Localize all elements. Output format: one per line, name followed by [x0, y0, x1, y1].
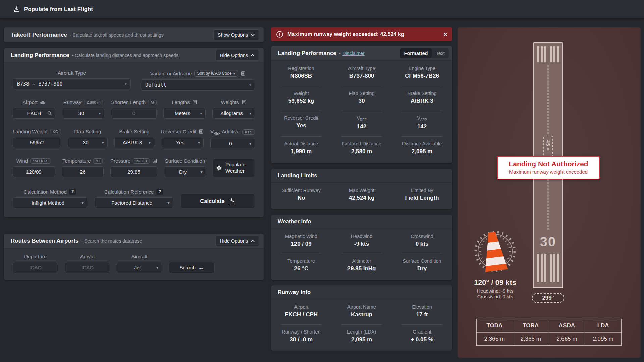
reverser-presets-icon[interactable]	[199, 129, 204, 134]
weather-label: Altimeter	[341, 258, 382, 264]
runway-select[interactable]: 30 ▾	[62, 108, 105, 119]
result-value: CFM56-7B26	[402, 73, 442, 79]
view-text-tab[interactable]: Text	[432, 48, 449, 58]
landing-hide-options-button[interactable]: Hide Options	[215, 50, 259, 61]
wind-direction-speed: 120° / 09 kts	[460, 278, 530, 287]
wind-input[interactable]	[13, 167, 55, 177]
calc-method-select[interactable]: Inflight Method ▾	[13, 197, 87, 208]
departure-input[interactable]	[13, 262, 58, 273]
landing-performance-panel: Landing Performance - Calculate landing …	[4, 48, 264, 217]
warning-title: Landing Not Authorized	[499, 160, 598, 168]
runway-info-row-2: Runway / Shorten30 / -0 m Length (LDA)2,…	[271, 325, 452, 349]
weights-label: Weights	[221, 99, 239, 105]
flap-setting-select[interactable]: 30 ▾	[68, 137, 108, 148]
shorten-label-row: Shorten Length M	[111, 99, 156, 105]
temperature-input[interactable]	[62, 167, 104, 177]
app-window: Populate from Last Flight Takeoff Perfor…	[0, 0, 644, 362]
airport-input-wrap	[13, 108, 55, 119]
weights-presets-icon[interactable]	[241, 100, 247, 105]
takeoff-show-options-label: Show Options	[218, 32, 248, 38]
limit-value: 42,524 kg	[341, 195, 382, 201]
routes-panel-header: Routes Between Airports - Search the rou…	[4, 234, 264, 248]
close-icon[interactable]: ×	[443, 31, 447, 38]
populate-weather-button[interactable]: Populate Weather	[213, 159, 255, 177]
runway-number: 30	[534, 234, 562, 249]
temperature-label-row: Temperature °C	[62, 158, 104, 164]
shorten-length-input[interactable]	[111, 108, 156, 118]
results-row-3: Reverser CreditYes VREF142 VAPP142	[271, 111, 452, 137]
alert-icon: !	[276, 31, 283, 38]
caret-down-icon: ▾	[82, 201, 84, 205]
disclaimer-link[interactable]: Disclaimer	[342, 51, 364, 56]
pressure-unit-select[interactable]: inHG▾	[133, 158, 150, 164]
lengths-label: Lengths	[172, 99, 190, 105]
landing-panel-header: Landing Performance - Calculate landing …	[4, 48, 264, 63]
weather-row-2: Temperature26 °C Altimeter29.85 inHg Sur…	[271, 254, 452, 279]
result-label: Engine Type	[402, 66, 442, 71]
weather-value: 120 / 09	[281, 241, 321, 247]
reverser-credit-select[interactable]: Yes ▾	[161, 137, 204, 148]
routes-panel-title: Routes Between Airports	[11, 238, 78, 244]
weather-icon[interactable]	[40, 100, 45, 104]
calc-method-help-icon[interactable]: ?	[69, 189, 76, 195]
weather-value: 0 kts	[402, 241, 442, 247]
download-icon	[13, 6, 20, 13]
weather-value: 26 °C	[281, 265, 321, 272]
weather-value: 29.85 inHg	[341, 265, 382, 272]
runway-length-badge: 2,800 m	[84, 100, 103, 105]
pressure-presets-icon[interactable]	[152, 158, 157, 163]
result-value: 1,990 m	[281, 148, 321, 155]
weights-unit-select[interactable]: Kilograms ▾	[212, 108, 255, 119]
top-bar: Populate from Last Flight	[0, 0, 644, 19]
arrival-input[interactable]	[65, 262, 110, 273]
airport-label-row: Airport	[13, 99, 55, 105]
limit-label: Sufficient Runway	[281, 188, 321, 193]
landing-panel-title: Landing Performance	[11, 52, 69, 59]
takeoff-show-options-button[interactable]: Show Options	[213, 29, 259, 40]
weather-label: Headwind	[341, 234, 382, 239]
search-button[interactable]: Search →	[169, 262, 215, 273]
caret-down-icon: ▾	[200, 111, 202, 116]
calc-reference-help-icon[interactable]: ?	[156, 189, 163, 195]
populate-from-last-flight-button[interactable]: Populate from Last Flight	[13, 6, 93, 13]
variant-select[interactable]: Default ▾	[141, 79, 255, 90]
calc-reference-select[interactable]: Factored Distance ▾	[95, 197, 173, 208]
departure-input-wrap	[13, 262, 58, 273]
brake-setting-select[interactable]: A/BRK 3 ▾	[114, 137, 154, 148]
temperature-unit-badge: °C	[93, 158, 103, 164]
traffic-cone-compass-icon	[472, 228, 519, 275]
result-value: 30	[341, 98, 382, 104]
variant-sort-select[interactable]: Sort by ICAO Code ▾	[194, 70, 238, 77]
surface-condition-select[interactable]: Dry ▾	[164, 166, 206, 177]
vref-additive-select[interactable]: 0 ▾	[210, 138, 255, 149]
view-formatted-tab[interactable]: Formatted	[400, 48, 432, 58]
runway-value: 30	[78, 110, 84, 116]
runway-threshold-stripes-bottom	[537, 254, 559, 282]
variant-presets-icon[interactable]	[240, 71, 246, 76]
shorten-length-label: Shorten Length	[111, 99, 146, 105]
chevron-down-icon	[251, 34, 255, 36]
routes-hide-options-button[interactable]: Hide Options	[215, 236, 259, 246]
aircraft-type-value: B738 - B737-800	[17, 81, 62, 87]
route-aircraft-select[interactable]: Jet ▾	[117, 262, 162, 273]
aircraft-type-select[interactable]: B738 - B737-800 ▾	[13, 78, 131, 89]
calc-reference-label: Calculation Reference	[104, 189, 154, 195]
pressure-input[interactable]	[111, 167, 157, 177]
calculate-button[interactable]: Calculate	[180, 194, 255, 208]
results-panel-title: Landing Performance	[278, 50, 336, 57]
result-label: Flap Setting	[341, 90, 382, 96]
pressure-input-wrap	[110, 166, 157, 177]
runway-info-label: Length (LDA)	[341, 329, 382, 335]
variant-label: Variant or Airframe	[150, 71, 192, 76]
lengths-presets-icon[interactable]	[192, 100, 197, 105]
caret-down-icon: ▾	[125, 82, 127, 86]
lengths-unit-select[interactable]: Meters ▾	[163, 108, 206, 119]
results-row-2: Weight59,652 kg Flap Setting30 Brake Set…	[271, 86, 452, 111]
search-button-label: Search	[179, 265, 196, 270]
arrival-input-wrap	[65, 262, 110, 273]
landing-weight-input[interactable]	[13, 137, 61, 148]
runway-info-label: Airport Name	[341, 304, 382, 310]
result-label-vapp: VAPP	[402, 115, 442, 122]
takeoff-performance-panel: Takeoff Performance - Calculate takeoff …	[4, 27, 264, 42]
result-value: 2,095 m	[402, 148, 442, 155]
